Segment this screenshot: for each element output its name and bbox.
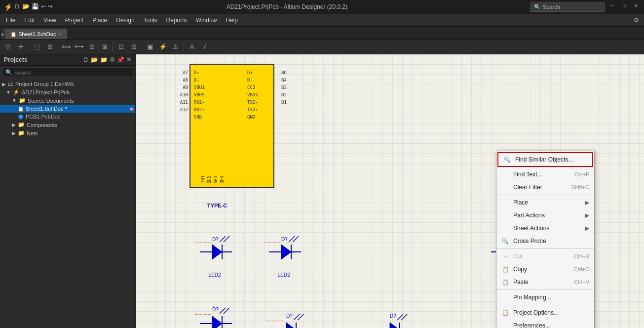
sidebar-folder-up-icon[interactable]: 📁 <box>100 56 108 63</box>
tree-nets[interactable]: ▶ 📁 Nets <box>0 129 135 137</box>
place-label: Place <box>513 199 528 206</box>
toolbar-move[interactable]: ⊞ <box>44 41 56 53</box>
maximize-button[interactable]: □ <box>620 3 628 11</box>
svg-text:D+: D+ <box>194 70 199 75</box>
toolbar-drc[interactable]: ⚠ <box>170 41 182 53</box>
tab-close-button[interactable]: ✕ <box>58 32 62 37</box>
svg-text:─ ─ ─ ─: ─ ─ ─ ─ <box>266 318 283 323</box>
svg-text:D-: D- <box>194 78 199 82</box>
context-menu-clear-filter[interactable]: Clear Filter Shift+C <box>496 181 594 194</box>
svg-marker-32 <box>212 245 222 259</box>
menu-help[interactable]: Help <box>222 15 242 25</box>
close-button[interactable]: ✕ <box>632 3 640 11</box>
menu-view[interactable]: View <box>39 15 60 25</box>
project-group-label: Project Group 1.DsnWrk <box>15 81 74 87</box>
svg-text:RX2+: RX2+ <box>194 107 205 112</box>
toolbar-line[interactable]: / <box>199 41 211 53</box>
toolbar-dist-v[interactable]: ⊠ <box>99 41 111 53</box>
context-menu-project-options[interactable]: 📋 Project Options... <box>496 306 594 319</box>
tree-project[interactable]: ▼ ⚡ AD21Project.PrjPcb <box>0 88 135 96</box>
context-menu-paste[interactable]: 📋 Paste Ctrl+V <box>496 276 594 288</box>
toolbar-zoom[interactable]: ⊡ <box>115 41 127 53</box>
tab-icon: 📋 <box>10 32 16 37</box>
svg-marker-41 <box>281 245 291 259</box>
context-menu-preferences[interactable]: Preferences... <box>496 319 594 328</box>
toolbar-select[interactable]: ⬚ <box>31 41 43 53</box>
svg-text:TX2+: TX2+ <box>247 107 258 112</box>
project-icon: ⚡ <box>13 89 20 95</box>
svg-text:TYPE-C: TYPE-C <box>207 203 227 208</box>
paste-shortcut: Ctrl+V <box>574 279 589 285</box>
context-menu-find-text[interactable]: Find Text... Ctrl+F <box>496 168 594 181</box>
menu-tools[interactable]: Tools <box>140 15 161 25</box>
toolbar-align-v[interactable]: ⟷ <box>73 41 85 53</box>
sidebar-pin-icon[interactable]: 📌 <box>117 56 124 63</box>
tree-expand-icon: ▶ <box>2 82 6 87</box>
global-search-box[interactable]: 🔍 Search <box>530 2 605 12</box>
sheet1-modified-icon: ■ <box>130 106 133 112</box>
tree-project-group[interactable]: ▶ 🗂 Project Group 1.DsnWrk <box>0 80 135 88</box>
toolbar-place-power[interactable]: ⚡ <box>157 41 169 53</box>
tab-sheet1[interactable]: 📋 Sheet1.SchDoc ✕ <box>5 29 67 39</box>
sidebar-new-icon[interactable]: 🗋 <box>83 56 89 63</box>
settings-icon[interactable]: ⚙ <box>631 15 642 25</box>
svg-text:VBUS: VBUS <box>247 92 258 97</box>
toolbar-add[interactable]: ✛ <box>15 41 27 53</box>
part-actions-icon <box>501 211 509 219</box>
context-menu-place[interactable]: Place ▶ <box>496 196 594 209</box>
context-menu-part-actions[interactable]: Part Actions ▶ <box>496 209 594 222</box>
svg-text:B3: B3 <box>281 85 287 90</box>
menu-place[interactable]: Place <box>88 15 111 25</box>
toolbar-text[interactable]: A <box>186 41 198 53</box>
schematic-canvas[interactable]: D+ D- SBU1 VBUS RX2- RX2+ GND A7 A8 A9 A… <box>136 54 644 328</box>
tree-sheet1[interactable]: 📋 Sheet1.SchDoc * ■ <box>0 105 135 113</box>
minimize-button[interactable]: ─ <box>608 3 616 11</box>
context-menu-find-similar[interactable]: 🔍 Find Similar Objects... <box>497 152 593 167</box>
menu-reports[interactable]: Reports <box>162 15 191 25</box>
sidebar-open-folder-icon[interactable]: 📂 <box>91 56 98 63</box>
tree-pcb1[interactable]: 🔷 PCB1.PcbDoc <box>0 113 135 121</box>
toolbar-place-comp[interactable]: ▣ <box>144 41 156 53</box>
ctx-separator-3 <box>496 289 594 290</box>
toolbar-dist-h[interactable]: ⊟ <box>86 41 98 53</box>
tab-label: Sheet1.SchDoc <box>18 31 56 37</box>
toolbar-open[interactable]: 📂 <box>22 3 30 11</box>
toolbar-filter[interactable]: ▽ <box>2 41 14 53</box>
svg-text:─ ─ ─ ─: ─ ─ ─ ─ <box>264 240 281 245</box>
menu-file[interactable]: File <box>2 15 19 25</box>
sidebar-search-input[interactable] <box>14 70 130 76</box>
menu-design[interactable]: Design <box>112 15 138 25</box>
svg-text:D-: D- <box>247 78 253 82</box>
svg-marker-76 <box>390 323 400 328</box>
context-menu-cross-probe[interactable]: 🔍 Cross Probe <box>496 235 594 247</box>
cut-icon: ✂ <box>501 252 509 260</box>
sidebar-settings-icon[interactable]: ⚙ <box>110 56 115 63</box>
svg-text:D?: D? <box>212 307 219 312</box>
menu-bar: File Edit View Project Place Design Tool… <box>0 14 644 27</box>
toolbar-pan[interactable]: ⊟ <box>128 41 140 53</box>
tree-pcb-icon: 🔷 <box>18 114 24 120</box>
svg-text:A12: A12 <box>180 107 188 112</box>
copy-label: Copy <box>513 266 527 273</box>
svg-text:SH1: SH1 <box>201 175 205 183</box>
sidebar-close-icon[interactable]: ✕ <box>126 56 131 63</box>
toolbar-align-h[interactable]: ⟺ <box>60 41 72 53</box>
context-menu-sheet-actions[interactable]: Sheet Actions ▶ <box>496 222 594 235</box>
find-similar-icon: 🔍 <box>503 156 511 164</box>
sidebar-search-box[interactable]: 🔍 <box>2 68 133 77</box>
menu-window[interactable]: Window <box>192 15 221 25</box>
nets-label: Nets <box>27 130 38 136</box>
toolbar-save[interactable]: 💾 <box>32 3 39 11</box>
tree-file-icon: 📋 <box>18 106 24 112</box>
menu-edit[interactable]: Edit <box>20 15 38 25</box>
tree-source-docs[interactable]: ▼ 📁 Source Documents <box>0 96 135 105</box>
pcb1-label: PCB1.PcbDoc <box>26 114 60 120</box>
find-text-shortcut: Ctrl+F <box>574 171 589 177</box>
toolbar-new[interactable]: 🗋 <box>14 3 20 11</box>
menu-project[interactable]: Project <box>61 15 87 25</box>
svg-marker-67 <box>286 323 296 328</box>
context-menu-pin-mapping[interactable]: Pin Mapping... <box>496 291 594 304</box>
context-menu-copy[interactable]: 📋 Copy Ctrl+C <box>496 263 594 276</box>
tree-components[interactable]: ▶ 📁 Components <box>0 121 135 129</box>
context-menu-cut[interactable]: ✂ Cut Ctrl+X <box>496 250 594 263</box>
